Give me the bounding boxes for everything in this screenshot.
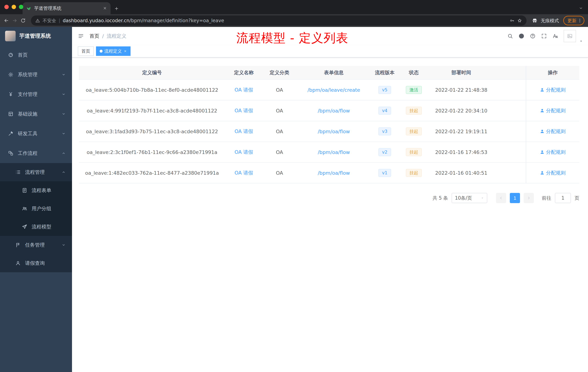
hamburger-icon[interactable] [78, 33, 84, 39]
assign-rule-label: 分配规则 [546, 107, 566, 114]
chevron-down-icon [62, 243, 65, 247]
definition-name-link[interactable]: OA 请假 [235, 108, 253, 113]
assign-rule-link[interactable]: 分配规则 [540, 87, 566, 93]
form-icon [22, 188, 27, 193]
definition-name-cell: OA 请假 [225, 149, 262, 155]
prev-page-button[interactable] [496, 193, 506, 203]
operation-cell: 分配规则 [526, 100, 579, 121]
page-number-1[interactable]: 1 [510, 193, 520, 203]
process-version-cell: v4 [371, 107, 398, 115]
chevron-up-icon [62, 170, 65, 174]
tag-item[interactable]: 首页 [78, 46, 94, 56]
tab-close-icon[interactable] [103, 6, 107, 10]
new-tab-button[interactable] [114, 6, 119, 11]
form-info-cell: /bpm/oa/flow [296, 170, 371, 176]
browser-menu-icon[interactable] [577, 18, 582, 23]
github-icon[interactable] [519, 33, 524, 39]
window-close-button[interactable] [4, 5, 9, 9]
page-content: 定义编号定义名称定义分类表单信息流程版本状态部署时间操作oa_leave:5:0… [72, 57, 588, 372]
sidebar-item-yen[interactable]: 支付管理 [0, 85, 72, 104]
update-label: 更新 [567, 18, 577, 24]
list-icon [15, 169, 21, 175]
definition-name-link[interactable]: OA 请假 [235, 87, 253, 93]
sidebar-item-tools[interactable]: 研发工具 [0, 124, 72, 143]
form-info-link[interactable]: /bpm/oa/flow [318, 129, 350, 134]
logo-avatar [5, 31, 16, 41]
sidebar-item-tasks[interactable]: 任务管理 [0, 236, 72, 254]
avatar-caret-icon[interactable] [579, 39, 583, 43]
reload-button[interactable] [20, 18, 26, 23]
assign-rule-label: 分配规则 [546, 170, 566, 176]
col-process-version-header: 流程版本 [371, 69, 398, 76]
page-size-select[interactable]: 10条/页 [452, 193, 487, 203]
font-size-icon[interactable] [552, 33, 558, 39]
status-badge: 挂起 [406, 107, 422, 115]
form-info-link[interactable]: /bpm/oa/flow [318, 170, 350, 176]
assign-rule-link[interactable]: 分配规则 [540, 149, 566, 155]
version-badge: v4 [378, 107, 391, 115]
breadcrumb-home[interactable]: 首页 [89, 33, 99, 39]
assign-rule-label: 分配规则 [546, 149, 566, 155]
assign-rule-label: 分配规则 [546, 128, 566, 135]
sidebar-item-send[interactable]: 流程模型 [0, 218, 72, 236]
dashboard-icon [8, 52, 13, 58]
sidebar-item-workflow[interactable]: 工作流程 [0, 143, 72, 163]
tab-overflow-icon[interactable] [579, 6, 583, 10]
sidebar-item-dashboard[interactable]: 首页 [0, 45, 72, 65]
form-info-link[interactable]: /bpm/oa/flow [318, 149, 350, 155]
security-label[interactable]: 不安全 [42, 18, 56, 24]
definition-name-link[interactable]: OA 请假 [235, 170, 253, 176]
next-page-button[interactable] [524, 193, 534, 203]
url-path: /bpm/manager/definition?key=oa_leave [129, 18, 224, 23]
person-icon [540, 108, 545, 113]
process-version-cell: v2 [371, 148, 398, 156]
password-key-icon[interactable] [509, 18, 514, 23]
operation-cell: 分配规则 [526, 80, 579, 100]
user-avatar[interactable] [564, 30, 576, 42]
chevron-down-icon [62, 92, 65, 96]
bookmark-star-icon[interactable] [517, 18, 522, 23]
forward-button[interactable] [12, 18, 17, 23]
form-info-link[interactable]: /bpm/oa/leave/create [308, 87, 360, 93]
update-button[interactable]: 更新 [563, 16, 584, 25]
form-info-link[interactable]: /bpm/oa/flow [318, 108, 350, 114]
window-minimize-button[interactable] [12, 5, 16, 9]
definition-name-link[interactable]: OA 请假 [235, 149, 253, 155]
person-icon [540, 150, 545, 154]
assign-rule-link[interactable]: 分配规则 [540, 107, 566, 114]
tag-close-icon[interactable] [124, 50, 127, 53]
back-button[interactable] [4, 18, 9, 23]
url-bar[interactable]: 不安全 | dashboard.yudao.iocoder.cn/bpm/man… [31, 15, 526, 26]
sidebar-item-gear[interactable]: 系统管理 [0, 65, 72, 85]
assign-rule-link[interactable]: 分配规则 [540, 128, 566, 135]
deploy-time-cell: 2022-01-22 21:48:38 [430, 87, 493, 93]
sidebar-item-infra[interactable]: 基础设施 [0, 104, 72, 124]
page-suffix-label: 页 [575, 195, 579, 201]
definition-name-cell: OA 请假 [225, 128, 262, 135]
goto-page-input[interactable] [555, 193, 571, 203]
status-badge: 激活 [406, 86, 422, 94]
top-navbar: 首页 / 流程定义 [72, 27, 588, 45]
help-icon[interactable] [530, 33, 536, 39]
app-logo[interactable]: 芋道管理系统 [0, 27, 72, 45]
sidebar-item-user[interactable]: 请假查询 [0, 254, 72, 272]
process-version-cell: v5 [371, 86, 398, 94]
definition-name-link[interactable]: OA 请假 [235, 129, 253, 134]
col-definition-category-header: 定义分类 [262, 69, 296, 76]
search-icon[interactable] [507, 33, 513, 39]
definition-category-cell: OA [262, 108, 296, 114]
assign-rule-link[interactable]: 分配规则 [540, 170, 566, 176]
table-row: oa_leave:5:004b710b-7b8a-11ec-8ef0-acde4… [79, 80, 579, 100]
sidebar-item-group[interactable]: 用户分组 [0, 199, 72, 218]
form-info-cell: /bpm/oa/flow [296, 129, 371, 134]
operation-cell: 分配规则 [526, 142, 579, 162]
sidebar-item-form[interactable]: 流程表单 [0, 181, 72, 199]
browser-tab[interactable]: 芋道管理系统 [22, 2, 111, 14]
version-badge: v3 [378, 127, 391, 135]
fullscreen-icon[interactable] [541, 33, 547, 39]
tag-active[interactable]: 流程定义 [96, 46, 131, 56]
sidebar-item-list[interactable]: 流程管理 [0, 163, 72, 181]
definition-id-cell: oa_leave:4:991f2193-7b7f-11ec-a3c8-acde4… [79, 108, 225, 114]
window-zoom-button[interactable] [19, 5, 23, 9]
person-icon [540, 171, 545, 175]
